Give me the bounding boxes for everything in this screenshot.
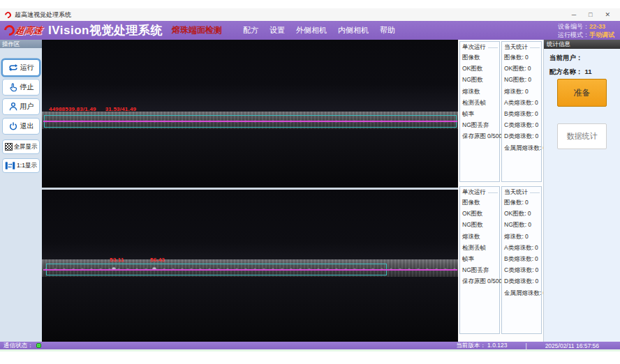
stat-row: A类熔珠数:0 <box>502 242 541 253</box>
app-logo-icon <box>3 10 13 20</box>
single-run-panel-top: 单次运行 图像数 OK图数 NG图数 熔珠数 检测丢帧 帧率 NG图丢弃 <box>459 41 500 182</box>
stat-row: B类熔珠数:0 <box>502 108 541 119</box>
status-separator: | <box>525 342 526 349</box>
stat-row: 金属屑熔珠数:0 <box>502 287 541 298</box>
brand-logo-text: 超高速 <box>14 24 43 37</box>
run-mode-label: 运行模式： <box>558 31 589 38</box>
run-button[interactable]: 运行 <box>2 59 40 76</box>
exit-button-label: 退出 <box>20 121 34 131</box>
info-panel: 统计信息 当前用户： 配方名称：11 准备 数据统计 <box>543 40 620 342</box>
datetime-text: 2025/02/11 16:57:56 <box>545 342 599 349</box>
minimize-button[interactable]: ─ <box>572 11 576 18</box>
outer-camera-view[interactable]: 44988539.83/1.49 31.53/41.49 <box>42 40 458 188</box>
stat-row: 金属屑熔珠数:0 <box>502 142 541 153</box>
stat-row: NG图丢弃 <box>460 119 499 130</box>
menu-bar: 配方 设置 外侧相机 内侧相机 帮助 <box>243 25 395 36</box>
status-bar: 通信状态： 当前版本： 1.0.123 | 2025/02/11 16:57:5… <box>0 342 620 349</box>
stat-row: C类熔珠数:0 <box>502 119 541 130</box>
stat-row: OK图数:0 <box>502 63 541 74</box>
menu-item-help[interactable]: 帮助 <box>380 25 395 36</box>
run-button-label: 运行 <box>20 63 34 73</box>
stat-row: 保存原图0/500 <box>460 130 499 142</box>
maximize-button[interactable]: □ <box>589 11 592 18</box>
comm-status-indicator <box>36 343 41 348</box>
panel-title: 单次运行 <box>460 42 499 52</box>
stop-icon <box>8 82 18 92</box>
stat-row: 帧率 <box>460 253 499 264</box>
stat-row: 检测丢帧 <box>460 97 499 108</box>
stat-row: NG图数:0 <box>502 74 541 85</box>
user-button[interactable]: 用户 <box>2 98 40 115</box>
stat-row: 熔珠数:0 <box>502 86 541 97</box>
app-window: 超高速视觉处理系统 ─ □ ✕ 超高速 IVision视觉处理系统 熔珠端面检测… <box>0 0 620 364</box>
stat-row: OK图数:0 <box>502 208 541 219</box>
run-mode-value: 手动调试 <box>589 31 614 38</box>
page-title: IVision视觉处理系统 <box>48 22 163 38</box>
panel-title: 当天统计 <box>502 187 541 197</box>
sidebar: 操作区 运行 停止 用户 <box>0 40 42 342</box>
comm-status-label: 通信状态： <box>3 342 34 350</box>
measurement-annotation: 53.11 <box>110 257 124 263</box>
stat-row: C类熔珠数:0 <box>502 264 541 275</box>
stat-row: 熔珠数 <box>460 231 499 242</box>
scan-line-overlay <box>43 121 457 122</box>
stat-row: 检测丢帧 <box>460 242 499 253</box>
exit-button[interactable]: 退出 <box>2 118 40 135</box>
bottom-edge-strip <box>0 349 620 351</box>
scan-line-overlay <box>43 269 457 271</box>
menu-item-settings[interactable]: 设置 <box>270 25 285 36</box>
prepare-button[interactable]: 准备 <box>557 79 607 107</box>
stat-row: B类熔珠数:0 <box>502 253 541 264</box>
current-user-row: 当前用户： <box>544 54 620 63</box>
one-to-one-button-label: 1:1显示 <box>17 162 37 170</box>
stat-row: 熔珠数 <box>460 86 499 97</box>
stop-button[interactable]: 停止 <box>2 79 40 96</box>
version-text: 当前版本： 1.0.123 <box>456 342 507 350</box>
window-title: 超高速视觉处理系统 <box>15 10 71 20</box>
recipe-name-label: 配方名称： <box>549 68 583 75</box>
stat-row: 图像数 <box>460 52 499 63</box>
stat-row: 图像数:0 <box>502 197 541 208</box>
measurement-annotation: 56.43 <box>150 257 165 263</box>
user-icon <box>8 102 18 112</box>
stat-row: D类熔珠数:0 <box>502 130 541 142</box>
current-user-label: 当前用户： <box>549 54 583 61</box>
menu-item-inner-camera[interactable]: 内侧相机 <box>338 25 369 36</box>
stat-row: 熔珠数:0 <box>502 231 541 242</box>
stat-row: OK图数 <box>460 208 499 219</box>
fullscreen-button-label: 全屏显示 <box>14 143 38 151</box>
app-subtitle: 熔珠端面检测 <box>172 24 222 36</box>
panel-title: 单次运行 <box>460 187 499 197</box>
one-to-one-button[interactable]: 1:1显示 <box>2 158 40 173</box>
run-icon <box>8 63 18 73</box>
statistics-area: 单次运行 图像数 OK图数 NG图数 熔珠数 检测丢帧 帧率 NG图丢弃 <box>458 40 543 342</box>
daily-stats-panel-top: 当天统计 图像数:0 OK图数:0 NG图数:0 熔珠数:0 A类熔珠数:0 B… <box>501 41 542 182</box>
device-number-value: 22-33 <box>589 23 605 30</box>
app-header: 超高速 IVision视觉处理系统 熔珠端面检测 配方 设置 外侧相机 内侧相机… <box>0 21 620 40</box>
close-button[interactable]: ✕ <box>605 11 610 18</box>
data-statistics-button[interactable]: 数据统计 <box>557 123 607 149</box>
stat-row: A类熔珠数:0 <box>502 97 541 108</box>
one-to-one-icon <box>5 161 15 170</box>
window-titlebar: 超高速视觉处理系统 ─ □ ✕ <box>0 8 620 21</box>
menu-item-recipe[interactable]: 配方 <box>243 25 258 36</box>
camera-display-area: 44988539.83/1.49 31.53/41.49 53.11 56.43 <box>42 40 458 342</box>
stat-row: OK图数 <box>460 63 499 74</box>
fullscreen-button[interactable]: 全屏显示 <box>2 139 40 154</box>
stat-row: NG图数:0 <box>502 219 541 230</box>
measurement-annotation: 44988539.83/1.49 31.53/41.49 <box>49 106 136 112</box>
menu-item-outer-camera[interactable]: 外侧相机 <box>296 25 327 36</box>
stat-row: 图像数 <box>460 197 499 208</box>
stop-button-label: 停止 <box>20 82 34 92</box>
single-run-panel-bottom: 单次运行 图像数 OK图数 NG图数 熔珠数 检测丢帧 帧率 NG图丢弃 <box>459 186 500 334</box>
stat-row: 图像数:0 <box>502 52 541 63</box>
stat-row: NG图数 <box>460 219 499 230</box>
stat-row: NG图丢弃 <box>460 264 499 275</box>
sidebar-title: 操作区 <box>0 40 42 48</box>
exit-icon <box>8 121 18 131</box>
fullscreen-grid-icon <box>5 143 13 151</box>
daily-stats-panel-bottom: 当天统计 图像数:0 OK图数:0 NG图数:0 熔珠数:0 A类熔珠数:0 B… <box>501 186 542 334</box>
inner-camera-view[interactable]: 53.11 56.43 <box>42 190 458 342</box>
stat-row: D类熔珠数:0 <box>502 275 541 287</box>
recipe-name-row: 配方名称：11 <box>544 68 620 77</box>
